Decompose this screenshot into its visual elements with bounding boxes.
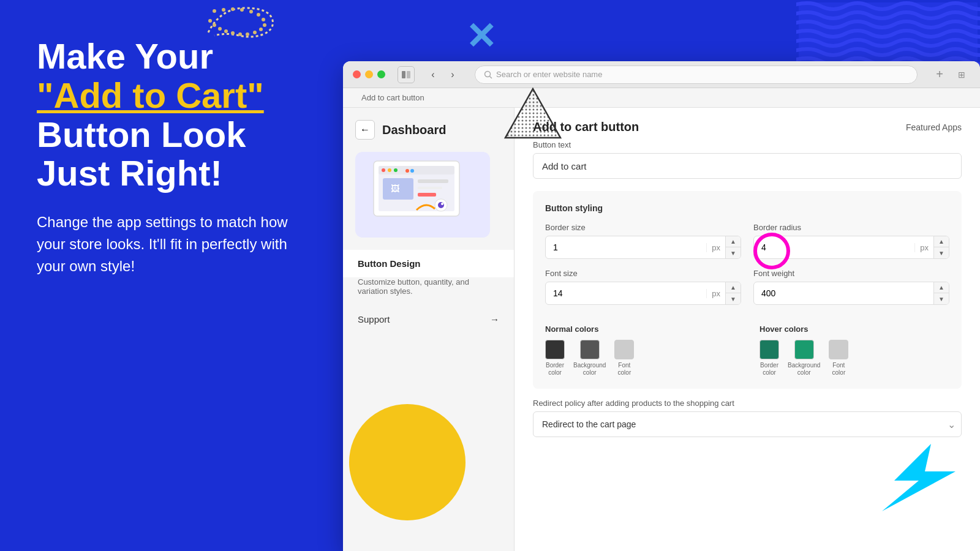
- font-weight-group: Font weight ▲ ▼: [753, 269, 949, 305]
- svg-point-16: [213, 23, 216, 27]
- border-radius-spinner: ▲ ▼: [933, 236, 949, 258]
- normal-border-label: Bordercolor: [546, 362, 564, 377]
- hover-border-swatch[interactable]: [760, 340, 779, 359]
- normal-border-swatch[interactable]: [545, 340, 565, 359]
- svg-point-6: [257, 13, 260, 17]
- svg-point-8: [263, 23, 266, 27]
- border-radius-up[interactable]: ▲: [934, 236, 949, 247]
- sidebar-item-button-design[interactable]: Button Design: [343, 250, 514, 277]
- svg-rect-34: [418, 179, 448, 183]
- font-weight-field[interactable]: [754, 283, 933, 303]
- hover-bg-swatch[interactable]: [794, 340, 814, 359]
- font-size-unit: px: [706, 289, 725, 298]
- back-button[interactable]: ←: [355, 120, 375, 140]
- button-text-label: Button text: [533, 140, 962, 149]
- breadcrumb: Add to cart button: [343, 88, 980, 108]
- svg-point-12: [238, 32, 242, 36]
- svg-point-1: [213, 9, 216, 13]
- triangle-decoration: [502, 86, 564, 143]
- svg-point-40: [405, 169, 409, 173]
- maximize-button[interactable]: [377, 70, 385, 78]
- svg-text:🖼: 🖼: [391, 184, 399, 193]
- font-size-spinner: ▲ ▼: [725, 282, 741, 304]
- hover-border-label: Bordercolor: [760, 362, 778, 377]
- tabs-view-button[interactable]: ⊞: [953, 66, 970, 83]
- svg-marker-20: [505, 89, 560, 138]
- svg-point-4: [240, 8, 244, 12]
- hover-bg-label: Backgroundcolor: [788, 362, 820, 377]
- hover-font-label: Fontcolor: [832, 362, 846, 377]
- normal-font-label: Fontcolor: [618, 362, 631, 377]
- font-size-label: Font size: [545, 269, 741, 278]
- svg-point-38: [438, 202, 444, 208]
- svg-point-5: [249, 10, 253, 13]
- featured-apps-link[interactable]: Featured Apps: [906, 122, 962, 132]
- button-styling-section: Button styling Border size px ▲ ▼: [533, 191, 962, 389]
- font-size-up[interactable]: ▲: [726, 282, 741, 293]
- svg-point-14: [224, 29, 228, 33]
- font-weight-down[interactable]: ▼: [934, 293, 949, 304]
- normal-colors-title: Normal colors: [545, 324, 735, 334]
- redirect-section: Redirect policy after adding products to…: [533, 399, 962, 437]
- font-row: Font size px ▲ ▼ Font weight: [545, 269, 949, 305]
- svg-point-31: [394, 168, 398, 172]
- address-bar[interactable]: Search or enter website name: [475, 66, 918, 84]
- border-radius-unit: px: [914, 243, 933, 252]
- close-icon[interactable]: ✕: [466, 18, 496, 55]
- border-size-field[interactable]: [546, 238, 706, 257]
- colors-section: Normal colors Bordercolor Backgroundcolo…: [545, 315, 949, 377]
- border-size-up[interactable]: ▲: [726, 236, 741, 247]
- normal-bg-color-item: Backgroundcolor: [573, 340, 606, 377]
- font-weight-input: ▲ ▼: [753, 282, 949, 305]
- border-size-label: Border size: [545, 223, 741, 232]
- border-radius-label: Border radius: [753, 223, 949, 232]
- dotted-decoration: [202, 5, 276, 39]
- hover-font-swatch[interactable]: [829, 340, 848, 359]
- forward-nav-button[interactable]: ›: [444, 66, 461, 83]
- font-weight-label: Font weight: [753, 269, 949, 278]
- yellow-circle-decoration: [349, 404, 466, 520]
- sidebar-toggle[interactable]: [398, 66, 415, 83]
- border-size-group: Border size px ▲ ▼: [545, 223, 741, 259]
- normal-colors-group: Normal colors Bordercolor Backgroundcolo…: [545, 324, 735, 377]
- browser-nav: ‹ ›: [424, 66, 461, 83]
- font-size-down[interactable]: ▼: [726, 293, 741, 304]
- border-size-input: px ▲ ▼: [545, 236, 741, 259]
- styling-title: Button styling: [545, 203, 949, 213]
- back-nav-button[interactable]: ‹: [424, 66, 442, 83]
- close-button[interactable]: [353, 70, 361, 78]
- font-size-group: Font size px ▲ ▼: [545, 269, 741, 305]
- font-size-field[interactable]: [546, 283, 706, 303]
- sidebar-header: ← Dashboard: [343, 120, 514, 152]
- normal-border-color-item: Bordercolor: [545, 340, 565, 377]
- border-row: Border size px ▲ ▼ Border radius: [545, 223, 949, 259]
- border-size-unit: px: [706, 243, 725, 252]
- sidebar-item-support[interactable]: Support →: [343, 305, 514, 333]
- normal-font-swatch[interactable]: [614, 340, 634, 359]
- hover-colors-title: Hover colors: [760, 324, 949, 334]
- svg-point-13: [231, 31, 235, 35]
- headline: Make Your "Add to Cart" Button Look Just…: [37, 37, 312, 193]
- svg-point-17: [208, 19, 212, 23]
- font-size-input: px ▲ ▼: [545, 282, 741, 305]
- font-weight-up[interactable]: ▲: [934, 282, 949, 293]
- sidebar-illustration: 🖼: [343, 152, 514, 250]
- redirect-select[interactable]: Redirect to the cart page: [533, 411, 962, 437]
- minimize-button[interactable]: [365, 70, 373, 78]
- border-size-spinner: ▲ ▼: [725, 236, 741, 258]
- normal-bg-swatch[interactable]: [580, 340, 600, 359]
- browser-actions: + ⊞: [931, 66, 970, 83]
- hover-colors-group: Hover colors Bordercolor Backgroundcolor: [760, 324, 949, 377]
- svg-rect-22: [402, 71, 405, 78]
- main-header: Add to cart button Featured Apps: [514, 108, 980, 140]
- button-text-input[interactable]: [533, 153, 962, 179]
- redirect-select-wrapper: Redirect to the cart page ⌄: [533, 411, 962, 437]
- border-size-down[interactable]: ▼: [726, 247, 741, 258]
- svg-point-2: [222, 8, 225, 12]
- pink-ring-decoration: [753, 233, 790, 269]
- normal-color-row: Bordercolor Backgroundcolor Fontcolor: [545, 340, 735, 377]
- border-radius-down[interactable]: ▼: [934, 247, 949, 258]
- sidebar-title: Dashboard: [382, 123, 446, 137]
- new-tab-button[interactable]: +: [931, 66, 948, 83]
- browser-titlebar: ‹ › Search or enter website name + ⊞: [343, 61, 980, 88]
